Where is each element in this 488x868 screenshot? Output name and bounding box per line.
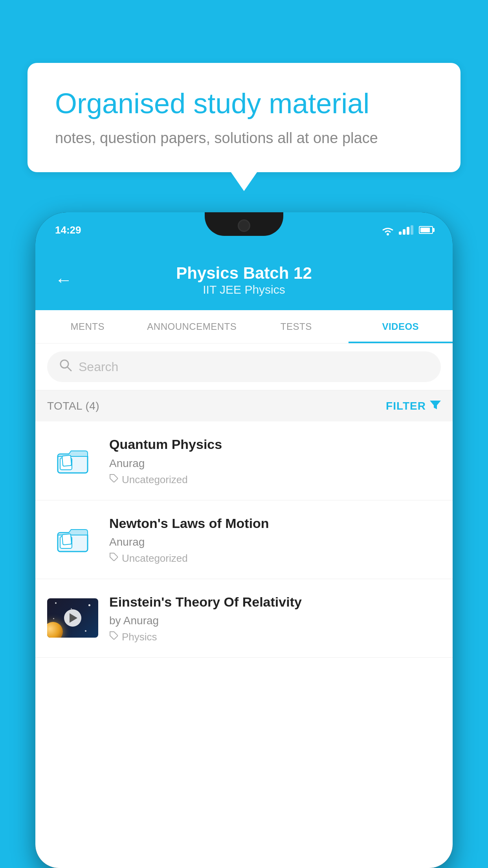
video-author: Anurag xyxy=(109,536,441,548)
filter-button[interactable]: FILTER xyxy=(386,399,441,413)
battery-icon xyxy=(419,226,433,234)
thumbnail-bg xyxy=(47,598,98,638)
phone: 14:29 xyxy=(35,212,453,868)
tab-tests[interactable]: TESTS xyxy=(244,310,349,343)
folder-icon-container xyxy=(47,441,98,480)
video-title: Quantum Physics xyxy=(109,436,441,453)
status-time: 14:29 xyxy=(55,224,81,236)
svg-rect-10 xyxy=(62,534,72,545)
tag-icon xyxy=(109,474,119,486)
phone-wrapper: 14:29 xyxy=(35,212,453,868)
video-info: Einstein's Theory Of Relativity by Anura… xyxy=(109,593,441,643)
folder-icon xyxy=(57,526,88,553)
tab-announcements[interactable]: ANNOUNCEMENTS xyxy=(140,310,244,343)
tab-videos[interactable]: VIDEOS xyxy=(349,310,453,343)
back-button[interactable]: ← xyxy=(55,270,72,290)
video-thumbnail xyxy=(47,598,98,638)
play-button[interactable] xyxy=(64,609,81,627)
tag-icon xyxy=(109,631,119,643)
list-item[interactable]: Quantum Physics Anurag Uncategorized xyxy=(35,421,453,500)
app-screen: ← Physics Batch 12 IIT JEE Physics MENTS… xyxy=(35,252,453,868)
svg-line-2 xyxy=(67,367,71,371)
video-info: Newton's Laws of Motion Anurag Uncategor… xyxy=(109,515,441,565)
search-icon xyxy=(59,359,72,375)
header-title: Physics Batch 12 xyxy=(84,263,404,283)
video-tag: Uncategorized xyxy=(109,552,441,565)
tag-text: Uncategorized xyxy=(122,474,188,486)
app-header: ← Physics Batch 12 IIT JEE Physics xyxy=(35,252,453,310)
video-list: Quantum Physics Anurag Uncategorized xyxy=(35,421,453,658)
wifi-icon xyxy=(381,224,395,235)
bubble-subtitle: notes, question papers, solutions all at… xyxy=(55,130,433,147)
search-placeholder: Search xyxy=(79,360,118,374)
list-item[interactable]: Newton's Laws of Motion Anurag Uncategor… xyxy=(35,500,453,579)
video-info: Quantum Physics Anurag Uncategorized xyxy=(109,436,441,485)
tag-text: Uncategorized xyxy=(122,552,188,565)
folder-icon xyxy=(57,447,88,474)
tag-text: Physics xyxy=(122,631,157,643)
status-bar: 14:29 xyxy=(35,212,453,252)
tag-icon xyxy=(109,552,119,565)
video-author: by Anurag xyxy=(109,614,441,627)
search-container: Search xyxy=(35,344,453,390)
signal-bars-icon xyxy=(399,225,413,235)
play-triangle-icon xyxy=(70,613,77,623)
filter-row: TOTAL (4) FILTER xyxy=(35,390,453,421)
bubble-title: Organised study material xyxy=(55,86,433,120)
folder-icon-container xyxy=(47,520,98,559)
svg-marker-3 xyxy=(430,401,441,409)
header-title-group: Physics Batch 12 IIT JEE Physics xyxy=(84,263,404,296)
tab-bar: MENTS ANNOUNCEMENTS TESTS VIDEOS xyxy=(35,310,453,344)
svg-point-0 xyxy=(387,233,389,235)
video-tag: Uncategorized xyxy=(109,474,441,486)
speech-bubble: Organised study material notes, question… xyxy=(28,63,460,172)
filter-icon xyxy=(430,399,441,413)
list-item[interactable]: Einstein's Theory Of Relativity by Anura… xyxy=(35,579,453,658)
speech-bubble-container: Organised study material notes, question… xyxy=(28,63,460,172)
filter-label: FILTER xyxy=(386,400,426,412)
video-title: Einstein's Theory Of Relativity xyxy=(109,593,441,611)
camera-notch xyxy=(238,219,250,232)
video-title: Newton's Laws of Motion xyxy=(109,515,441,532)
tab-ments[interactable]: MENTS xyxy=(35,310,140,343)
video-author: Anurag xyxy=(109,457,441,470)
video-tag: Physics xyxy=(109,631,441,643)
svg-rect-6 xyxy=(62,455,72,466)
search-bar[interactable]: Search xyxy=(47,351,441,382)
status-icons xyxy=(381,224,433,235)
total-count: TOTAL (4) xyxy=(47,400,99,412)
header-subtitle: IIT JEE Physics xyxy=(84,283,404,296)
